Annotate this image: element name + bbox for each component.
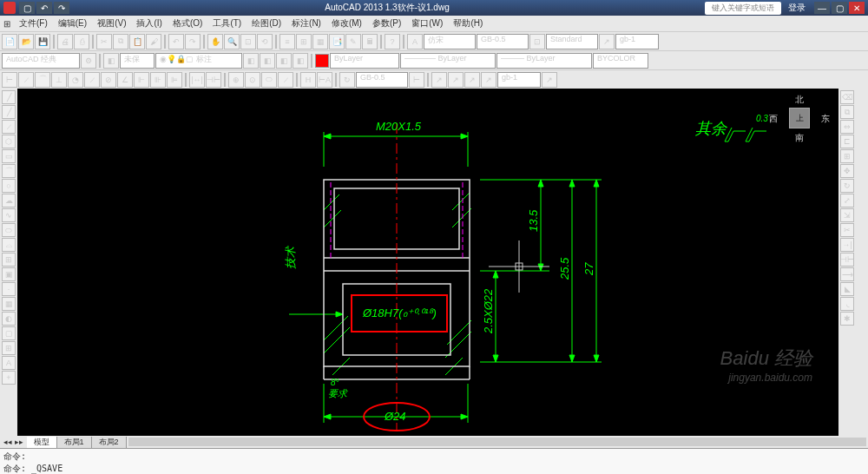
- gradient-icon[interactable]: ◐: [2, 312, 16, 326]
- undo-icon[interactable]: ↶: [168, 34, 184, 49]
- circle-icon[interactable]: ○: [2, 179, 16, 193]
- redo-icon[interactable]: ↷: [185, 34, 201, 49]
- fillet-icon[interactable]: ◟: [840, 297, 854, 311]
- lineweight-select[interactable]: ——— ByLayer: [496, 53, 592, 69]
- rect-icon[interactable]: ▭: [2, 149, 16, 163]
- tab-model[interactable]: 模型: [27, 437, 57, 448]
- menu-draw[interactable]: 绘图(D): [247, 17, 286, 30]
- break-icon[interactable]: ⊣⊢: [840, 253, 854, 267]
- help-icon[interactable]: ?: [385, 34, 400, 49]
- tab-layout2[interactable]: 布局2: [92, 437, 127, 448]
- dim-jog-icon[interactable]: ⟋: [84, 72, 100, 88]
- move-icon[interactable]: ✥: [840, 164, 854, 178]
- block-icon[interactable]: ▣: [2, 267, 16, 281]
- tol-icon[interactable]: ⊕: [228, 72, 244, 88]
- cmd-input[interactable]: 命令: _QSAVE: [3, 463, 865, 474]
- workspace-select[interactable]: AutoCAD 经典: [2, 53, 80, 69]
- layer-icon[interactable]: ◧: [103, 53, 119, 69]
- menu-insert[interactable]: 插入(I): [131, 17, 167, 30]
- dim-dia-icon[interactable]: ⊘: [101, 72, 116, 88]
- print-icon[interactable]: 🖨: [57, 34, 73, 49]
- zoom-prev-icon[interactable]: ⟲: [257, 34, 273, 49]
- close-button[interactable]: ✕: [849, 2, 865, 14]
- menu-format[interactable]: 格式(O): [168, 17, 207, 30]
- color-swatch[interactable]: [315, 54, 329, 68]
- layer-tool-icon[interactable]: ◧: [276, 53, 292, 69]
- mtext-icon[interactable]: A: [2, 356, 16, 370]
- tab-layout1[interactable]: 布局1: [57, 437, 92, 448]
- region-icon[interactable]: ▢: [2, 326, 16, 340]
- dim-radius-icon[interactable]: ◔: [68, 72, 83, 88]
- dimstyle-icon[interactable]: ⊢: [409, 72, 424, 88]
- layer-tool-icon[interactable]: ◧: [293, 53, 308, 69]
- spline-icon[interactable]: ∿: [2, 208, 16, 222]
- viewcube[interactable]: 北 南 西 东 上: [776, 95, 823, 142]
- preview-icon[interactable]: ⎙: [74, 34, 89, 49]
- color-select[interactable]: ByLayer: [330, 53, 399, 69]
- markup-icon[interactable]: ✎: [345, 34, 361, 49]
- mleader-icon[interactable]: ↗: [599, 34, 615, 49]
- extend-icon[interactable]: →|: [840, 238, 854, 252]
- copy-icon[interactable]: ⧉: [113, 34, 128, 49]
- layer-tool-icon[interactable]: ◧: [243, 53, 259, 69]
- hatch-icon[interactable]: ▦: [2, 297, 16, 311]
- new-icon[interactable]: 📄: [2, 34, 17, 49]
- zoom-window-icon[interactable]: ⊡: [240, 34, 256, 49]
- calc-icon[interactable]: 🖩: [362, 34, 378, 49]
- mleaderstyle-select[interactable]: gb-1: [497, 72, 541, 88]
- explode-icon[interactable]: ✱: [840, 312, 854, 326]
- scale-icon[interactable]: ⤢: [840, 194, 854, 207]
- join-icon[interactable]: ⟶: [840, 267, 854, 281]
- paste-icon[interactable]: 📋: [129, 34, 145, 49]
- mleader-icon[interactable]: ↗: [481, 72, 496, 88]
- menu-modify[interactable]: 修改(M): [326, 17, 367, 30]
- scrollbar-h[interactable]: [128, 438, 866, 446]
- menu-tools[interactable]: 工具(T): [207, 17, 247, 30]
- xline-icon[interactable]: ╱: [2, 105, 16, 119]
- drawing-canvas[interactable]: M20X1.5 Ø18H7(₀⁺⁰·⁰¹⁸) Ø24 13.5 25.5 27 …: [17, 89, 838, 436]
- dimstyle-select2[interactable]: GB-0.5: [356, 72, 408, 88]
- dim-linear-icon[interactable]: ⊢: [2, 72, 17, 88]
- ellarc-icon[interactable]: ⌓: [2, 238, 16, 252]
- help-search[interactable]: 键入关键字或短语: [705, 2, 781, 15]
- scrollbar-v[interactable]: [856, 89, 868, 436]
- polygon-icon[interactable]: ⬡: [2, 135, 16, 148]
- array-icon[interactable]: ⊞: [840, 149, 854, 163]
- stretch-icon[interactable]: ⇲: [840, 208, 854, 222]
- point-icon[interactable]: ·: [2, 282, 16, 296]
- linetype-select[interactable]: ———— ByLayer: [400, 53, 496, 69]
- cut-icon[interactable]: ✂: [96, 34, 112, 49]
- mirror-icon[interactable]: ⇔: [840, 120, 854, 134]
- ellipse-icon[interactable]: ⬭: [2, 223, 16, 237]
- mleader-icon[interactable]: ↗: [448, 72, 464, 88]
- dim-base-icon[interactable]: ⊪: [150, 72, 166, 88]
- command-window[interactable]: 命令: 命令: _QSAVE: [0, 448, 868, 474]
- user-login[interactable]: 登录: [788, 2, 806, 14]
- qat-btn[interactable]: ▢: [19, 2, 35, 14]
- table-select[interactable]: Standard: [546, 34, 598, 49]
- dim-break-icon[interactable]: ⊣⊢: [206, 72, 221, 88]
- menu-help[interactable]: 帮助(H): [448, 17, 488, 30]
- rotate-icon[interactable]: ↻: [840, 179, 854, 193]
- dim-tedit-icon[interactable]: ⊢A: [317, 72, 332, 88]
- zoom-icon[interactable]: 🔍: [224, 34, 240, 49]
- mleader-select[interactable]: gb-1: [615, 34, 659, 49]
- dim-update-icon[interactable]: ↻: [339, 72, 355, 88]
- mleader-icon[interactable]: ↗: [464, 72, 480, 88]
- arc-icon[interactable]: ⌒: [2, 164, 16, 178]
- dc-icon[interactable]: ⊞: [296, 34, 312, 49]
- gear-icon[interactable]: ⚙: [81, 53, 96, 69]
- layer-tool-icon[interactable]: ◧: [260, 53, 275, 69]
- menu-param[interactable]: 参数(P): [367, 17, 406, 30]
- save-icon[interactable]: 💾: [35, 34, 50, 49]
- dim-aligned-icon[interactable]: ⟋: [18, 72, 34, 88]
- dim-ord-icon[interactable]: ⊥: [51, 72, 67, 88]
- dim-quick-icon[interactable]: ⊩: [134, 72, 149, 88]
- menu-file[interactable]: 文件(F): [14, 17, 53, 30]
- textstyle-select[interactable]: 仿宋: [424, 34, 476, 49]
- minimize-button[interactable]: —: [814, 2, 830, 14]
- tool-icon[interactable]: A: [407, 34, 423, 49]
- erase-icon[interactable]: ⌫: [840, 90, 854, 104]
- viewcube-face[interactable]: 上: [789, 108, 810, 128]
- insert-icon[interactable]: ⊞: [2, 253, 16, 267]
